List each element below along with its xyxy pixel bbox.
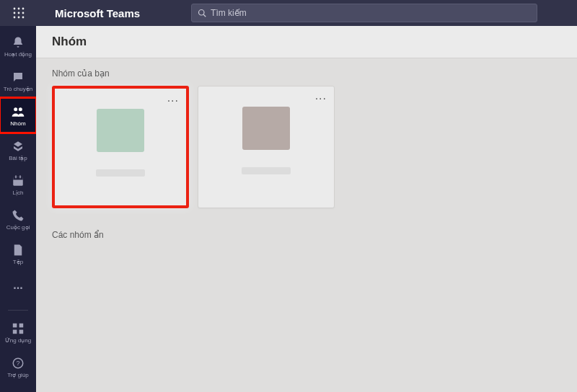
team-cards: ··· ··· <box>36 86 577 208</box>
svg-line-10 <box>203 14 206 17</box>
team-avatar <box>242 107 290 150</box>
svg-point-8 <box>22 17 25 19</box>
team-name-placeholder <box>96 169 145 177</box>
card-more-button[interactable]: ··· <box>167 94 179 107</box>
main-panel: Nhóm Nhóm của bạn ··· ··· Các nhóm ẩn <box>36 26 577 392</box>
svg-rect-14 <box>13 177 23 179</box>
bell-icon <box>12 36 25 49</box>
rail-calls-label: Cuộc gọi <box>6 225 30 231</box>
svg-rect-19 <box>13 329 17 334</box>
search-wrap <box>157 4 571 22</box>
your-teams-title: Nhóm của bạn <box>36 58 577 86</box>
left-rail: Hoạt động Trò chuyện Nhóm Bài tập Lịch C… <box>0 26 36 392</box>
rail-chat-label: Trò chuyện <box>4 86 32 92</box>
rail-chat[interactable]: Trò chuyện <box>0 63 36 98</box>
rail-teams[interactable]: Nhóm <box>0 98 36 133</box>
rail-apps[interactable]: Ứng dụng <box>0 315 36 349</box>
main-header: Nhóm <box>36 26 577 58</box>
rail-files[interactable]: Tệp <box>0 236 36 271</box>
rail-apps-label: Ứng dụng <box>5 338 31 344</box>
card-more-button[interactable]: ··· <box>315 92 327 105</box>
team-card[interactable]: ··· <box>52 86 189 208</box>
svg-rect-18 <box>19 323 24 327</box>
search-box[interactable] <box>191 4 537 22</box>
app-title: Microsoft Teams <box>55 7 140 19</box>
svg-point-3 <box>14 12 16 14</box>
help-icon: ? <box>12 357 25 370</box>
hidden-teams-title: Các nhóm ẩn <box>36 208 577 247</box>
svg-point-7 <box>18 17 20 19</box>
svg-point-0 <box>14 8 16 10</box>
svg-rect-20 <box>19 329 24 334</box>
svg-point-1 <box>18 8 20 10</box>
rail-calendar[interactable]: Lịch <box>0 167 36 202</box>
rail-teams-label: Nhóm <box>10 121 25 127</box>
rail-activity[interactable]: Hoạt động <box>0 29 36 63</box>
rail-assignments-label: Bài tập <box>9 156 27 161</box>
team-icon <box>11 105 25 118</box>
svg-rect-16 <box>19 175 21 178</box>
title-bar: Microsoft Teams <box>0 0 577 26</box>
phone-icon <box>12 209 25 222</box>
team-avatar <box>97 109 144 152</box>
svg-point-9 <box>199 10 205 16</box>
rail-calendar-label: Lịch <box>13 190 24 196</box>
more-icon: ··· <box>13 282 22 295</box>
svg-point-12 <box>19 107 22 111</box>
team-name-placeholder <box>242 167 291 174</box>
waffle-icon <box>13 7 25 19</box>
rail-files-label: Tệp <box>13 259 23 265</box>
team-card[interactable]: ··· <box>198 86 335 208</box>
svg-point-11 <box>14 107 17 111</box>
rail-more[interactable]: ··· <box>0 271 36 306</box>
rail-help-label: Trợ giúp <box>7 373 29 378</box>
svg-point-5 <box>22 12 25 14</box>
app-root: Microsoft Teams Hoạt động Trò chuyện Nhó… <box>0 0 577 392</box>
rail-activity-label: Hoạt động <box>4 52 32 58</box>
search-input[interactable] <box>211 8 531 18</box>
page-title: Nhóm <box>52 35 561 49</box>
search-icon <box>198 9 206 17</box>
rail-calls[interactable]: Cuộc gọi <box>0 202 36 236</box>
calendar-icon <box>12 174 25 187</box>
rail-help[interactable]: ? Trợ giúp <box>0 349 36 384</box>
svg-point-4 <box>18 12 20 14</box>
rail-divider <box>8 310 28 311</box>
rail-download[interactable] <box>0 384 36 392</box>
apps-icon <box>12 323 24 334</box>
assignments-icon <box>12 140 25 153</box>
chat-icon <box>12 71 25 84</box>
svg-point-6 <box>14 17 16 19</box>
rail-assignments[interactable]: Bài tập <box>0 133 36 167</box>
app-launcher-button[interactable] <box>6 0 32 26</box>
svg-text:?: ? <box>16 360 19 367</box>
svg-rect-15 <box>15 175 17 178</box>
app-body: Hoạt động Trò chuyện Nhóm Bài tập Lịch C… <box>0 26 577 392</box>
file-icon <box>12 244 24 257</box>
svg-rect-17 <box>13 323 17 327</box>
svg-point-2 <box>22 8 25 10</box>
